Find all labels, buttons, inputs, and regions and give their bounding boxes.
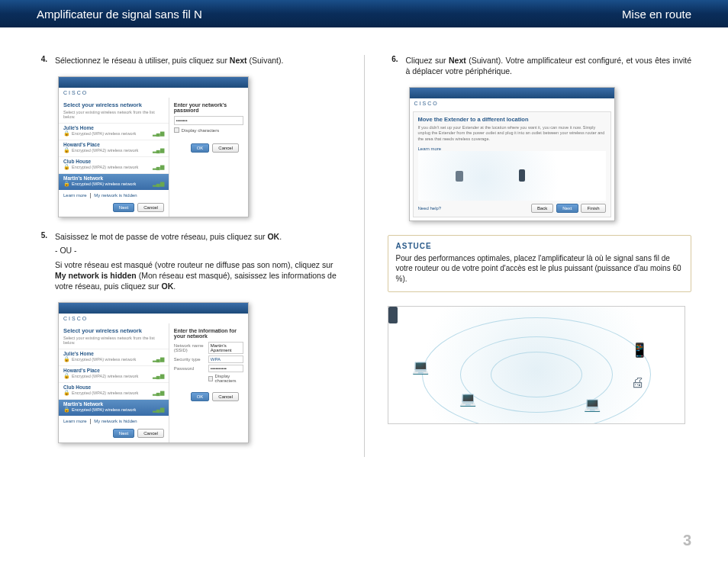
list-item[interactable]: Club House 🔒Encrypted (WPA2) wireless ne…	[59, 382, 169, 399]
step-5-number: 5.	[37, 231, 47, 291]
ss3-subheading: If you didn't set up your Extender at th…	[418, 125, 606, 141]
lock-icon: 🔒	[63, 147, 70, 153]
right-column: 6. Cliquez sur Next (Suivant). Votre amp…	[365, 55, 692, 457]
checkbox-display-chars[interactable]	[208, 376, 213, 381]
ss3-titlebar	[410, 88, 614, 98]
cancel-button[interactable]: Cancel	[212, 392, 239, 401]
next-button[interactable]: Next	[113, 429, 134, 438]
learn-more-link[interactable]: Learn more	[63, 419, 87, 423]
ss2-subheading: Select your existing wireless network fr…	[59, 336, 169, 349]
screenshot-move-extender: CISCO Move the Extender to a different l…	[409, 87, 615, 220]
router-icon	[456, 171, 463, 182]
cancel-button[interactable]: Cancel	[137, 429, 164, 438]
ss2-right-title: Enter the information for your network	[174, 328, 243, 339]
signal-ring	[422, 317, 651, 424]
next-button[interactable]: Next	[556, 204, 578, 213]
need-help-link[interactable]: Need help?	[418, 206, 442, 211]
list-item[interactable]: Club House 🔒Encrypted (WPA2) wireless ne…	[59, 156, 169, 173]
laptop-icon: 💻	[584, 396, 601, 413]
list-item[interactable]: Julie's Home 🔒Encrypted (WPA) wireless n…	[59, 349, 169, 365]
list-item-selected[interactable]: Martin's Network 🔒Encrypted (WPA) wirele…	[59, 399, 169, 416]
laptop-icon: 💻	[459, 391, 476, 407]
tip-title: ASTUCE	[396, 242, 684, 250]
extender-icon	[519, 169, 525, 182]
ss1-titlebar	[59, 77, 248, 88]
step-4: 4. Sélectionnez le réseau à utiliser, pu…	[37, 55, 341, 66]
lock-icon: 🔒	[63, 181, 70, 187]
signal-icon: ▂▄▆	[153, 373, 164, 379]
ok-button[interactable]: OK	[191, 143, 210, 153]
lock-icon: 🔒	[63, 164, 70, 170]
ssid-input[interactable]: Martin's Apartment	[208, 342, 243, 354]
step-6: 6. Cliquez sur Next (Suivant). Votre amp…	[388, 55, 692, 76]
list-item-selected[interactable]: Martin's Network 🔒Encrypted (WPA) wirele…	[59, 173, 169, 190]
password-input[interactable]: ••••••••••	[208, 365, 243, 372]
header-title-left: Amplificateur de signal sans fil N	[37, 8, 202, 21]
lock-icon: 🔒	[63, 373, 70, 379]
page-number: 3	[683, 532, 691, 549]
cancel-button[interactable]: Cancel	[137, 203, 164, 212]
signal-icon: ▂▄▆	[153, 164, 164, 170]
step-5-text: Saisissez le mot de passe de votre résea…	[55, 231, 341, 291]
list-item[interactable]: Julie's Home 🔒Encrypted (WPA) wireless n…	[59, 123, 169, 140]
step-4-text: Sélectionnez le réseau à utiliser, puis …	[55, 55, 283, 66]
learn-more-link[interactable]: Learn more	[63, 193, 87, 198]
checkbox-display-chars[interactable]	[174, 127, 179, 133]
signal-icon: ▂▄▆	[153, 390, 164, 396]
tip-body: Pour des performances optimales, placez …	[396, 253, 684, 285]
printer-icon: 🖨	[631, 375, 645, 391]
hidden-network-link[interactable]: My network is hidden	[94, 193, 137, 198]
laptop-icon: 💻	[412, 359, 429, 375]
signal-icon: ▂▄▆	[153, 356, 164, 362]
screenshot-select-network-password: CISCO Select your wireless network Selec…	[58, 76, 249, 217]
signal-icon: ▂▄▆	[153, 407, 164, 413]
left-column: 4. Sélectionnez le réseau à utiliser, pu…	[37, 55, 365, 457]
signal-icon: ▂▄▆	[153, 181, 164, 187]
cisco-logo: CISCO	[410, 98, 614, 108]
ss2-heading: Select your wireless network	[59, 323, 169, 336]
wireless-coverage-diagram: 💻 💻 📱 🖨 💻	[388, 306, 685, 424]
list-item[interactable]: Howard's Place 🔒Encrypted (WPA2) wireles…	[59, 365, 169, 382]
password-input[interactable]: •••••••	[174, 116, 243, 125]
ss3-illustration	[418, 151, 606, 201]
ss2-network-list: Julie's Home 🔒Encrypted (WPA) wireless n…	[59, 349, 169, 416]
step-5: 5. Saisissez le mot de passe de votre ré…	[37, 231, 341, 291]
finish-button[interactable]: Finish	[581, 204, 605, 213]
screenshot-hidden-network: CISCO Select your wireless network Selec…	[58, 302, 249, 443]
signal-icon: ▂▄▆	[153, 147, 164, 153]
ss1-network-list: Julie's Home 🔒Encrypted (WPA) wireless n…	[59, 123, 169, 190]
step-6-number: 6.	[388, 55, 398, 76]
next-button[interactable]: Next	[113, 203, 134, 212]
header-title-right: Mise en route	[622, 8, 691, 21]
content-area: 4. Sélectionnez le réseau à utiliser, pu…	[0, 27, 728, 472]
list-item[interactable]: Howard's Place 🔒Encrypted (WPA2) wireles…	[59, 140, 169, 156]
lock-icon: 🔒	[63, 407, 70, 413]
page-header: Amplificateur de signal sans fil N Mise …	[0, 0, 728, 27]
ss1-right-title: Enter your network's password	[174, 102, 243, 113]
cisco-logo: CISCO	[59, 88, 248, 98]
security-select[interactable]: WPA	[208, 355, 243, 363]
lock-icon: 🔒	[63, 390, 70, 396]
extender-icon	[388, 307, 398, 323]
cisco-logo: CISCO	[59, 314, 248, 323]
phone-icon: 📱	[631, 342, 648, 359]
lock-icon: 🔒	[63, 356, 70, 362]
cancel-button[interactable]: Cancel	[212, 143, 239, 153]
back-button[interactable]: Back	[531, 204, 553, 213]
ss3-heading: Move the Extender to a different locatio…	[418, 116, 606, 123]
lock-icon: 🔒	[63, 130, 70, 137]
ss2-titlebar	[59, 303, 248, 314]
ok-button[interactable]: OK	[191, 392, 210, 401]
ss1-heading: Select your wireless network	[59, 98, 169, 110]
hidden-network-link[interactable]: My network is hidden	[94, 419, 137, 423]
step-4-number: 4.	[37, 55, 47, 66]
step-6-text: Cliquez sur Next (Suivant). Votre amplif…	[406, 55, 692, 76]
tip-box: ASTUCE Pour des performances optimales, …	[388, 235, 692, 293]
signal-icon: ▂▄▆	[153, 130, 164, 137]
ss1-subheading: Select your existing wireless network fr…	[59, 110, 169, 123]
